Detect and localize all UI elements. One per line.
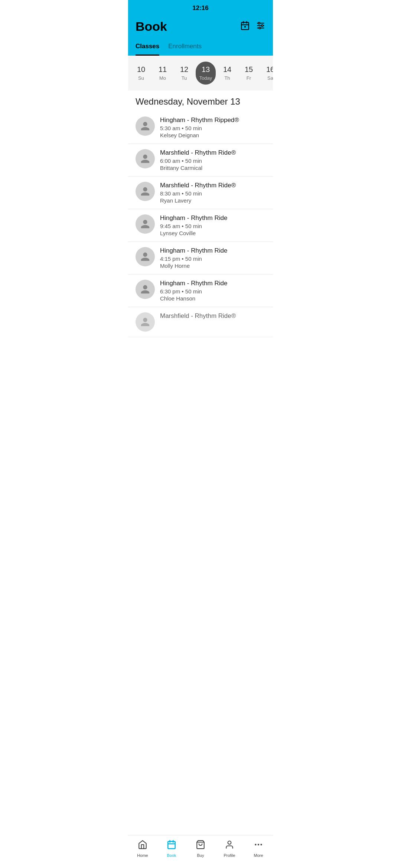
- class-info: Marshfield - Rhythm Ride®8:30 am • 50 mi…: [160, 182, 265, 204]
- day-name: Su: [138, 75, 144, 81]
- class-instructor: Molly Horne: [160, 263, 265, 269]
- class-time: 6:00 am • 50 min: [160, 158, 265, 164]
- day-number: 16: [266, 65, 273, 74]
- calendar-strip: 10Su11Mo12Tu13Today14Th15Fr16Sa: [128, 56, 273, 91]
- class-info: Hingham - Rhythm Ripped®5:30 am • 50 min…: [160, 116, 265, 138]
- class-instructor: Ryan Lavery: [160, 197, 265, 204]
- class-avatar: [136, 149, 155, 168]
- status-time: 12:16: [192, 4, 208, 12]
- class-avatar: [136, 116, 155, 136]
- page-title: Book: [136, 19, 167, 34]
- day-name: Today: [199, 75, 212, 81]
- class-avatar: [136, 312, 155, 332]
- day-number: 13: [202, 65, 210, 74]
- class-avatar: [136, 280, 155, 299]
- class-info: Marshfield - Rhythm Ride®: [160, 312, 265, 321]
- class-item[interactable]: Marshfield - Rhythm Ride®: [128, 307, 273, 337]
- class-avatar: [136, 247, 155, 266]
- class-time: 5:30 am • 50 min: [160, 125, 265, 131]
- class-info: Hingham - Rhythm Ride4:15 pm • 50 minMol…: [160, 247, 265, 269]
- svg-point-10: [259, 27, 261, 29]
- day-name: Th: [224, 75, 230, 81]
- filter-icon[interactable]: [256, 21, 265, 33]
- class-avatar: [136, 214, 155, 234]
- calendar-day-13[interactable]: 13Today: [196, 62, 216, 85]
- class-info: Marshfield - Rhythm Ride®6:00 am • 50 mi…: [160, 149, 265, 171]
- calendar-day-16[interactable]: 16Sa: [260, 62, 273, 85]
- day-name: Sa: [267, 75, 273, 81]
- class-instructor: Lynsey Coville: [160, 230, 265, 236]
- person-icon: [140, 219, 150, 229]
- tab-enrollments[interactable]: Enrollments: [168, 40, 202, 56]
- class-info: Hingham - Rhythm Ride9:45 am • 50 minLyn…: [160, 214, 265, 236]
- class-instructor: Brittany Carmical: [160, 165, 265, 171]
- class-info: Hingham - Rhythm Ride6:30 pm • 50 minChl…: [160, 280, 265, 302]
- class-name: Marshfield - Rhythm Ride®: [160, 149, 265, 157]
- person-icon: [140, 154, 150, 164]
- status-bar: 12:16: [128, 0, 273, 16]
- class-item[interactable]: Hingham - Rhythm Ride6:30 pm • 50 minChl…: [128, 274, 273, 307]
- class-name: Marshfield - Rhythm Ride®: [160, 312, 265, 320]
- calendar-icon[interactable]: [240, 21, 250, 33]
- class-name: Hingham - Rhythm Ride: [160, 247, 265, 254]
- svg-point-9: [261, 24, 263, 26]
- header: Book: [128, 16, 273, 40]
- svg-point-8: [258, 22, 260, 24]
- calendar-day-12[interactable]: 12Tu: [174, 62, 194, 85]
- class-item[interactable]: Marshfield - Rhythm Ride®8:30 am • 50 mi…: [128, 177, 273, 209]
- class-item[interactable]: Hingham - Rhythm Ride9:45 am • 50 minLyn…: [128, 209, 273, 242]
- class-name: Hingham - Rhythm Ride: [160, 214, 265, 222]
- class-instructor: Kelsey Deignan: [160, 132, 265, 138]
- class-time: 6:30 pm • 50 min: [160, 288, 265, 295]
- day-number: 11: [159, 65, 167, 74]
- header-icons: [240, 21, 265, 33]
- date-heading: Wednesday, November 13: [128, 91, 273, 111]
- calendar-day-15[interactable]: 15Fr: [239, 62, 259, 85]
- day-number: 15: [245, 65, 253, 74]
- calendar-day-14[interactable]: 14Th: [217, 62, 237, 85]
- class-item[interactable]: Hingham - Rhythm Ride4:15 pm • 50 minMol…: [128, 242, 273, 274]
- tabs: Classes Enrollments: [128, 40, 273, 56]
- class-list: Hingham - Rhythm Ripped®5:30 am • 50 min…: [128, 111, 273, 337]
- person-icon: [140, 251, 150, 262]
- day-name: Tu: [182, 75, 187, 81]
- class-time: 4:15 pm • 50 min: [160, 256, 265, 262]
- calendar-day-11[interactable]: 11Mo: [153, 62, 173, 85]
- person-icon: [140, 284, 150, 295]
- class-instructor: Chloe Hanson: [160, 295, 265, 302]
- tab-classes[interactable]: Classes: [136, 40, 159, 56]
- class-item[interactable]: Hingham - Rhythm Ripped®5:30 am • 50 min…: [128, 111, 273, 144]
- class-name: Hingham - Rhythm Ripped®: [160, 116, 265, 124]
- day-number: 14: [223, 65, 231, 74]
- person-icon: [140, 317, 150, 327]
- class-name: Marshfield - Rhythm Ride®: [160, 182, 265, 189]
- class-time: 8:30 am • 50 min: [160, 190, 265, 197]
- person-icon: [140, 186, 150, 197]
- class-item[interactable]: Marshfield - Rhythm Ride®6:00 am • 50 mi…: [128, 144, 273, 177]
- class-avatar: [136, 182, 155, 201]
- day-number: 10: [137, 65, 145, 74]
- svg-point-4: [245, 26, 245, 27]
- day-name: Mo: [159, 75, 166, 81]
- calendar-day-10[interactable]: 10Su: [131, 62, 151, 85]
- person-icon: [140, 121, 150, 131]
- class-time: 9:45 am • 50 min: [160, 223, 265, 229]
- class-name: Hingham - Rhythm Ride: [160, 280, 265, 287]
- day-name: Fr: [247, 75, 251, 81]
- day-number: 12: [180, 65, 188, 74]
